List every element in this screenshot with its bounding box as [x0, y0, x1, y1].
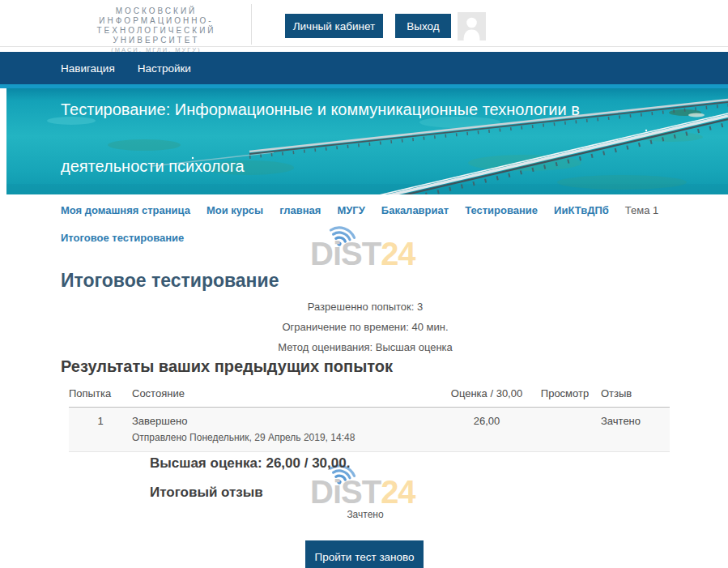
breadcrumb-my-home[interactable]: Моя домашняя страница: [61, 204, 190, 216]
attempt-submitted-date: Отправлено Понедельник, 29 Апрель 2019, …: [132, 432, 445, 443]
nav-item-settings[interactable]: Настройки: [138, 62, 191, 75]
column-state: Состояние: [132, 382, 445, 408]
person-icon: [458, 12, 486, 41]
time-limit-text: Ограничение по времени: 40 мин.: [61, 317, 670, 337]
personal-cabinet-button[interactable]: Личный кабинет: [285, 14, 383, 38]
logo-line-2: ИНФОРМАЦИОННО-ТЕХНОЛОГИЧЕСКИЙ: [62, 16, 251, 36]
attempt-review: [529, 408, 601, 452]
attempts-allowed-text: Разрешенно попыток: 3: [61, 297, 670, 317]
university-logo[interactable]: МОСКОВСКИЙ ИНФОРМАЦИОННО-ТЕХНОЛОГИЧЕСКИЙ…: [62, 4, 252, 45]
breadcrumb-course-code[interactable]: ИиКТвДПб: [554, 204, 609, 216]
table-header-row: Попытка Состояние Оценка / 30,00 Просмот…: [69, 382, 670, 408]
final-feedback-value: Зачтено: [61, 509, 670, 520]
retry-test-button[interactable]: Пройти тест заново: [305, 540, 424, 568]
breadcrumb-my-courses[interactable]: Мои курсы: [206, 204, 263, 216]
grading-method-text: Метод оценивания: Высшая оценка: [61, 337, 670, 357]
breadcrumb-main[interactable]: главная: [279, 204, 321, 216]
site-header: МОСКОВСКИЙ ИНФОРМАЦИОННО-ТЕХНОЛОГИЧЕСКИЙ…: [0, 0, 728, 47]
moodle-quiz-page: МОСКОВСКИЙ ИНФОРМАЦИОННО-ТЕХНОЛОГИЧЕСКИЙ…: [0, 0, 728, 568]
main-navbar: Навигация Настройки: [0, 52, 728, 88]
breadcrumb: Моя домашняя страница Мои курсы главная …: [61, 204, 675, 244]
breadcrumb-bachelor[interactable]: Бакалавриат: [381, 204, 449, 216]
logo-line-3: УНИВЕРСИТЕТ: [62, 36, 251, 45]
table-row: 1 Завершено Отправлено Понедельник, 29 А…: [69, 408, 670, 452]
watermark-text: DiST24: [310, 474, 415, 510]
attempt-state-cell: Завершено Отправлено Понедельник, 29 Апр…: [132, 408, 445, 452]
course-hero-banner: Тестирование: Информационные и коммуника…: [6, 88, 728, 194]
page-title: Итоговое тестирование: [61, 270, 279, 292]
breadcrumb-topic: Тема 1: [625, 204, 658, 216]
attempt-state: Завершено: [132, 415, 445, 427]
attempt-grade: 26,00: [445, 408, 529, 452]
logo-line-1: МОСКОВСКИЙ: [62, 6, 251, 16]
quiz-info-block: Разрешенно попыток: 3 Ограничение по вре…: [61, 297, 670, 357]
column-feedback: Отзыв: [601, 382, 670, 408]
attempt-number: 1: [69, 408, 132, 452]
results-heading: Результаты ваших предыдущих попыток: [61, 357, 393, 376]
nav-item-navigation[interactable]: Навигация: [61, 62, 115, 75]
course-title: Тестирование: Информационные и коммуника…: [61, 88, 599, 194]
final-feedback-heading: Итоговый отзыв: [150, 485, 263, 501]
user-avatar[interactable]: [458, 12, 486, 41]
best-grade-text: Высшая оценка: 26,00 / 30,00.: [150, 455, 350, 472]
breadcrumb-final-test[interactable]: Итоговое тестирование: [61, 232, 184, 244]
column-review: Просмотр: [529, 382, 601, 408]
attempt-feedback: Зачтено: [601, 408, 670, 452]
breadcrumb-testing[interactable]: Тестирование: [465, 204, 538, 216]
logout-button[interactable]: Выход: [395, 14, 451, 38]
breadcrumb-mugu[interactable]: МУГУ: [337, 204, 364, 216]
attempts-table: Попытка Состояние Оценка / 30,00 Просмот…: [69, 382, 670, 452]
column-grade: Оценка / 30,00: [445, 382, 529, 408]
column-attempt: Попытка: [69, 382, 132, 408]
